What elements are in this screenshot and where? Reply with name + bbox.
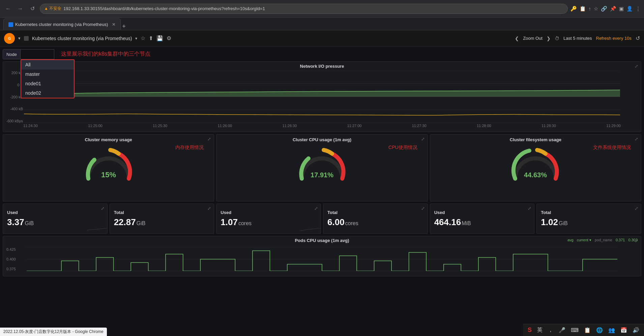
taskbar-clipboard-icon[interactable]: 📋 — [583, 326, 592, 334]
share-icon-browser: ↑ — [589, 6, 591, 11]
taskbar-people-icon[interactable]: 👥 — [607, 326, 616, 334]
share-dashboard-icon[interactable]: ⬆ — [149, 35, 153, 41]
memory-gauge-title: Cluster memory usage — [85, 137, 132, 142]
pin-icon: 📌 — [610, 6, 616, 12]
xaxis-t6: 11:27:00 — [347, 124, 362, 128]
stat-fs-used-expand[interactable]: ⤢ — [528, 206, 531, 211]
grafana-logo: G — [4, 33, 15, 44]
dashboard-dropdown-icon[interactable]: ▾ — [135, 36, 137, 41]
stat-memory-used-value: 3.37GiB — [7, 217, 34, 227]
taskbar-lang-icon[interactable]: 英 — [536, 326, 544, 334]
tab-title: Kubernetes cluster monitoring (via Prome… — [15, 22, 108, 27]
pods-panel: Pods CPU usage (1m avg) ⤢ avg current ▾ … — [3, 236, 641, 276]
dropdown-item-node01[interactable]: node01 — [21, 79, 74, 88]
zoom-left-icon[interactable]: ❮ — [515, 36, 519, 41]
pods-legend-v1: 0.371 — [616, 238, 625, 242]
pods-legend-avg: avg — [567, 238, 574, 242]
yaxis-neg200kb: -200 kB — [4, 95, 23, 99]
network-chart-svg — [24, 71, 620, 123]
forward-button[interactable]: → — [16, 4, 25, 13]
network-panel: Network I/O pressure ⤢ 200 kB 0 B -200 k… — [3, 61, 641, 132]
dropdown-item-node02[interactable]: node02 — [21, 88, 74, 98]
node-dropdown-menu: All master node01 node02 — [21, 59, 75, 98]
network-yaxis: 200 kB 0 B -200 kB -400 kB -600 kBps — [4, 71, 23, 123]
yaxis-0b: 0 B — [4, 83, 23, 87]
gauge-row: Cluster memory usage 内存使用情况 ⤢ 15% — [3, 134, 641, 202]
pods-legend-podname: pod_name — [595, 238, 612, 242]
cpu-expand-icon[interactable]: ⤢ — [421, 136, 425, 142]
xaxis-t7: 11:27:30 — [412, 124, 427, 128]
annotation-text: 这里展示我们的k8s集群中的三个节点 — [61, 51, 150, 58]
xaxis-t10: 11:29:00 — [606, 124, 621, 128]
taskbar-keyboard-icon[interactable]: ⌨ — [569, 326, 580, 334]
dashboard-name: Kubernetes cluster monitoring (via Prome… — [32, 36, 132, 41]
time-range-label[interactable]: Last 5 minutes — [563, 36, 592, 41]
stat-mem-used-expand[interactable]: ⤢ — [101, 206, 105, 211]
bookmark-icon: ☆ — [594, 6, 598, 12]
taskbar-comma-icon[interactable]: ， — [547, 326, 555, 334]
pods-chart-svg — [27, 247, 617, 271]
taskbar-calendar-icon[interactable]: 📅 — [619, 326, 628, 334]
cpu-annotation: CPU使用情况 — [388, 145, 417, 151]
stat-memory-used-label: Used — [7, 210, 18, 215]
reload-button[interactable]: ↺ — [28, 4, 37, 13]
dashboard-title-bar: Kubernetes cluster monitoring (via Prome… — [24, 36, 137, 41]
stat-cpu-used-sparkline — [300, 223, 321, 234]
memory-expand-icon[interactable]: ⤢ — [207, 136, 211, 142]
stat-fs-used-value: 464.16MiB — [434, 217, 471, 227]
yaxis-200kb: 200 kB — [4, 71, 23, 75]
dropdown-toggle-grafana[interactable]: ▾ — [18, 36, 21, 41]
memory-gauge: 15% — [82, 145, 136, 185]
refresh-label[interactable]: Refresh every 10s — [596, 36, 632, 41]
stat-cpu-used-expand[interactable]: ⤢ — [314, 206, 318, 211]
stat-fs-used: ⤢ Used 464.16MiB — [430, 204, 535, 234]
new-tab-button[interactable]: + — [122, 23, 126, 30]
filesystem-expand-icon[interactable]: ⤢ — [635, 136, 638, 142]
cpu-gauge-title: Cluster CPU usage (1m avg) — [293, 137, 351, 142]
taskbar-volume-icon[interactable]: 🔊 — [631, 326, 641, 334]
settings-dashboard-icon[interactable]: ⚙ — [167, 35, 171, 41]
star-dashboard-icon[interactable]: ☆ — [141, 35, 145, 41]
node-filter-input[interactable] — [21, 49, 54, 59]
taskbar-globe-icon[interactable]: 🌐 — [595, 326, 604, 334]
network-xaxis: 11:24:30 11:25:00 11:25:30 11:26:00 11:2… — [23, 123, 621, 128]
browser-bar: ← → ↺ ▲ 不安全 192.168.1.33:30155/dashboard… — [0, 0, 644, 18]
save-dashboard-icon[interactable]: 💾 — [156, 35, 163, 41]
svg-text:G: G — [8, 36, 11, 40]
stat-cpu-total-expand[interactable]: ⤢ — [421, 206, 425, 211]
stat-memory-total-label: Total — [114, 210, 124, 215]
svg-text:17.91%: 17.91% — [311, 171, 333, 179]
filesystem-gauge-title: Cluster filesystem usage — [510, 137, 561, 142]
stat-fs-total: ⤢ Total 1.02GiB — [536, 204, 641, 234]
network-expand-icon[interactable]: ⤢ — [635, 64, 638, 69]
tab-close[interactable]: ✕ — [112, 22, 116, 27]
xaxis-t8: 11:28:00 — [477, 124, 491, 128]
dropdown-item-all[interactable]: All — [21, 60, 74, 69]
dropdown-item-master[interactable]: master — [21, 69, 74, 79]
active-tab[interactable]: Kubernetes cluster monitoring (via Prome… — [3, 19, 121, 30]
stat-fs-total-label: Total — [541, 210, 551, 215]
svg-rect-2 — [24, 36, 29, 41]
zoom-out-button[interactable]: Zoom Out — [523, 36, 543, 41]
pods-yaxis-bot: 0.375 — [6, 267, 16, 271]
filesystem-gauge-panel: Cluster filesystem usage 文件系统使用情况 ⤢ 44.6… — [430, 134, 641, 202]
menu-icon[interactable]: ⋮ — [636, 6, 641, 12]
zoom-right-icon[interactable]: ❯ — [547, 36, 551, 41]
node-filter-label: Node — [3, 49, 21, 59]
pods-legend-current[interactable]: current ▾ — [577, 238, 591, 242]
stat-memory-total-value: 22.87GiB — [114, 217, 146, 227]
stat-fs-total-value: 1.02GiB — [541, 217, 567, 227]
back-button[interactable]: ← — [3, 4, 13, 13]
refresh-icon[interactable]: ↺ — [636, 35, 640, 41]
xaxis-t5: 11:26:30 — [283, 124, 297, 128]
memory-gauge-panel: Cluster memory usage 内存使用情况 ⤢ 15% — [3, 134, 214, 202]
network-panel-title: Network I/O pressure — [3, 62, 641, 71]
address-bar[interactable]: ▲ 不安全 192.168.1.33:30155/dashboard/db/ku… — [40, 4, 568, 14]
stat-mem-total-expand[interactable]: ⤢ — [207, 206, 211, 211]
taskbar-mic-icon[interactable]: 🎤 — [557, 326, 567, 334]
svg-text:44.63%: 44.63% — [524, 171, 547, 179]
cpu-gauge: 17.91% — [295, 145, 349, 185]
tab-favicon — [8, 22, 13, 27]
stat-fs-total-expand[interactable]: ⤢ — [635, 206, 638, 211]
taskbar-s-icon[interactable]: S — [526, 326, 533, 334]
